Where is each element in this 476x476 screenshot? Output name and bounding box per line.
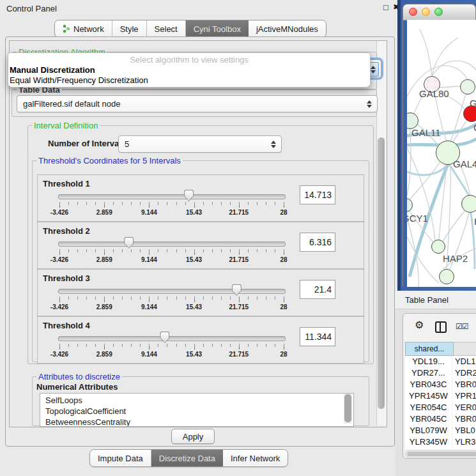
network-node[interactable] xyxy=(461,195,476,213)
horizontal-scrollbar-thumb[interactable] xyxy=(407,452,476,456)
table-row[interactable]: YPR145WYPR1 xyxy=(405,390,476,402)
cell-name[interactable]: YPR1 xyxy=(452,390,476,402)
cell-name[interactable]: YBL0 xyxy=(452,425,476,436)
slider-tick-label: 15.43 xyxy=(186,303,202,311)
gear-icon[interactable]: ⚙ xyxy=(415,319,424,331)
slider-tick-label: -3.426 xyxy=(50,351,68,358)
dropdown-item-equal-width-frequency[interactable]: Equal Width/Frequency Discretization xyxy=(10,75,148,85)
network-window-titlebar[interactable] xyxy=(403,4,475,20)
threshold-value-field[interactable]: 11.344 xyxy=(300,327,335,346)
slider-thumb[interactable] xyxy=(184,190,194,201)
node-label: GAL4 xyxy=(453,158,476,169)
cell-name[interactable]: YBR0 xyxy=(452,413,476,425)
threshold-panel: Threshold 2-3.4262.8599.14415.4321.71528… xyxy=(37,222,364,269)
float-window-icon[interactable]: □ xyxy=(383,3,388,12)
cell-name[interactable]: YDR2 xyxy=(452,367,476,379)
table-row[interactable]: YBR045CYBR0 xyxy=(405,413,476,425)
attributes-group-title: Attributes to discretize xyxy=(36,372,122,381)
network-node[interactable] xyxy=(463,105,476,122)
column-header-name[interactable]: na xyxy=(454,342,476,356)
tab-label: Style xyxy=(120,24,139,34)
slider-tick-label: 2.859 xyxy=(96,351,112,358)
network-node[interactable] xyxy=(460,79,475,95)
cell-name[interactable]: YBR0 xyxy=(452,379,476,390)
zoom-window-icon[interactable] xyxy=(434,8,443,16)
network-canvas[interactable]: GAL80GACGAL11GAL4GCY1HHAP2 xyxy=(407,20,476,287)
cell-shared-name[interactable]: YPR145W xyxy=(405,390,452,402)
cell-shared-name[interactable]: YBR045C xyxy=(405,413,452,425)
tab-infer-network[interactable]: Infer Network xyxy=(223,450,288,466)
table-row[interactable]: YDL19...YDL1 xyxy=(405,356,476,367)
cell-name[interactable]: YIL0 xyxy=(452,448,476,449)
attribute-item[interactable]: SelfLoops xyxy=(40,395,353,406)
cell-shared-name[interactable]: YER054C xyxy=(405,402,452,413)
slider-tick-label: 15.43 xyxy=(186,209,202,216)
apply-button[interactable]: Apply xyxy=(171,429,215,444)
number-of-intervals-combo[interactable]: 5 xyxy=(118,135,282,153)
cell-shared-name[interactable]: YDR27... xyxy=(405,367,452,379)
tab-network[interactable]: Network xyxy=(55,20,112,37)
threshold-value-field[interactable]: 14.713 xyxy=(300,185,335,204)
cell-name[interactable]: YLR3 xyxy=(452,436,476,448)
dropdown-item-manual-discretization[interactable]: Manual Discretization xyxy=(10,65,95,75)
checkbox-list-icon[interactable]: ☑☑ xyxy=(456,322,468,331)
tab-label: Infer Network xyxy=(231,454,280,463)
cell-name[interactable]: YDL1 xyxy=(452,356,476,367)
threshold-slider-track[interactable] xyxy=(58,242,286,247)
tab-cyni-toolbox[interactable]: Cyni Toolbox xyxy=(186,20,249,37)
minimize-window-icon[interactable] xyxy=(422,8,430,16)
split-columns-icon[interactable] xyxy=(435,321,447,333)
table-row[interactable]: YBL079WYBL0 xyxy=(405,425,476,436)
slider-tick-label: 2.859 xyxy=(96,256,112,263)
cell-shared-name[interactable]: YDL19... xyxy=(405,356,452,367)
attribute-item[interactable]: BetweennessCentrality xyxy=(40,417,353,427)
threshold-value-field[interactable]: 21.4 xyxy=(300,280,335,299)
table-row[interactable]: YLR345WYLR3 xyxy=(405,436,476,448)
algorithm-dropdown-popup: Select algorithm to view settings Manual… xyxy=(8,52,371,88)
network-node[interactable] xyxy=(439,269,454,284)
table-row[interactable]: YBR043CYBR0 xyxy=(405,379,476,390)
tab-label: Network xyxy=(73,24,104,34)
slider-tick-label: 9.144 xyxy=(141,209,157,216)
threshold-value-field[interactable]: 6.316 xyxy=(300,233,335,252)
tab-style[interactable]: Style xyxy=(112,20,147,37)
tab-jactivemnodules[interactable]: jActiveMNodules xyxy=(249,20,326,37)
table-row[interactable]: YER054CYER0 xyxy=(405,402,476,413)
threshold-slider-track[interactable] xyxy=(58,336,286,341)
threshold-panel: Threshold 4-3.4262.8599.14415.4321.71528… xyxy=(37,316,364,364)
slider-minor-ticks xyxy=(59,296,284,300)
combo-stepper-icon xyxy=(367,100,372,108)
tab-impute-data[interactable]: Impute Data xyxy=(90,450,151,466)
panel-title: Control Panel xyxy=(6,4,57,13)
cell-shared-name[interactable]: YLR345W xyxy=(405,436,452,448)
attributes-scrollbar-thumb[interactable] xyxy=(344,394,351,422)
vertical-scrollbar-thumb[interactable] xyxy=(378,137,385,409)
close-window-icon[interactable] xyxy=(409,8,417,16)
threshold-slider-track[interactable] xyxy=(58,194,286,199)
threshold-panel: Threshold 3-3.4262.8599.14415.4321.71528… xyxy=(37,269,364,316)
slider-thumb[interactable] xyxy=(124,237,134,249)
mode-tabbar: Impute Data Discretize Data Infer Networ… xyxy=(89,449,288,467)
threshold-slider-track[interactable] xyxy=(58,289,286,294)
node-label: GAL11 xyxy=(411,127,441,138)
attributes-scrollbar[interactable] xyxy=(344,394,352,424)
tab-discretize-data[interactable]: Discretize Data xyxy=(151,450,223,466)
cell-name[interactable]: YER0 xyxy=(452,402,476,413)
horizontal-scrollbar[interactable] xyxy=(405,450,476,457)
cell-shared-name[interactable]: YIL052C xyxy=(405,448,452,449)
cell-shared-name[interactable]: YBL079W xyxy=(405,425,452,436)
combo-stepper-icon xyxy=(271,141,276,148)
table-row[interactable]: YDR27...YDR2 xyxy=(405,367,476,379)
table-data-combo[interactable]: galFiltered.sif default node xyxy=(17,95,378,112)
slider-thumb[interactable] xyxy=(232,284,242,296)
slider-tick-label: 9.144 xyxy=(141,256,157,263)
table-row[interactable]: YIL052CYIL0 xyxy=(405,448,476,449)
attribute-item[interactable]: TopologicalCoefficient xyxy=(40,406,353,417)
numerical-attributes-list: SelfLoopsTopologicalCoefficientBetweenne… xyxy=(40,393,354,427)
column-header-shared-name[interactable]: shared... xyxy=(405,342,454,356)
tab-select[interactable]: Select xyxy=(147,20,186,37)
slider-thumb[interactable] xyxy=(160,332,169,343)
cell-shared-name[interactable]: YBR043C xyxy=(405,379,452,390)
network-node[interactable] xyxy=(431,240,445,254)
table-data-combo-value: galFiltered.sif default node xyxy=(23,99,120,109)
